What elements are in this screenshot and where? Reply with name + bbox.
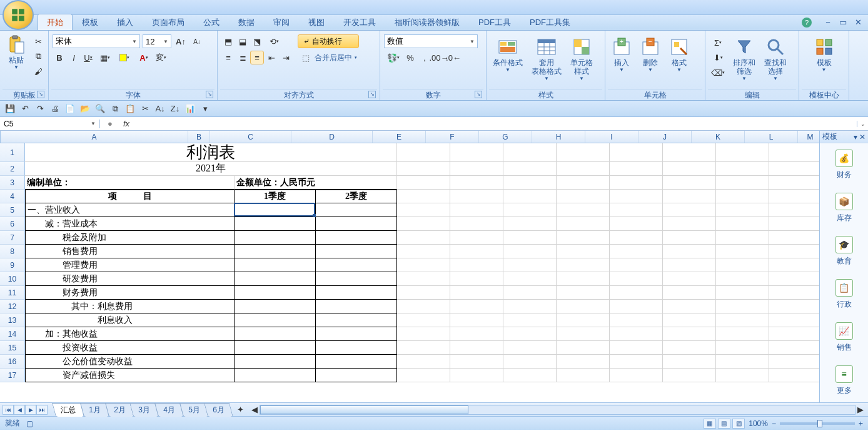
- align-center-button[interactable]: ≣: [236, 51, 250, 64]
- help-icon[interactable]: ?: [802, 18, 812, 28]
- template-item-2[interactable]: 🎓教育: [820, 230, 868, 273]
- qat-save-icon[interactable]: 💾: [4, 103, 16, 115]
- cell-r16-c3[interactable]: [235, 355, 316, 369]
- cell-r17-c3[interactable]: [235, 369, 316, 382]
- tab-nav-next[interactable]: ▶: [25, 405, 36, 415]
- row-header-2[interactable]: 2: [0, 162, 25, 176]
- fx-icon[interactable]: fx: [119, 118, 134, 130]
- cell-r4-c3[interactable]: 1季度: [235, 190, 316, 203]
- col-header-E[interactable]: E: [373, 131, 426, 143]
- cell-r6-c1[interactable]: 减：营业成本: [25, 217, 235, 231]
- fill-button[interactable]: ⬇▾: [709, 51, 727, 64]
- orientation-button[interactable]: ⟲▾: [265, 34, 283, 48]
- qat-copy-icon[interactable]: ⧉: [109, 103, 121, 115]
- cell-r12-c4[interactable]: [316, 300, 397, 313]
- qat-print-icon[interactable]: 🖨: [49, 103, 61, 115]
- cell-r1-c1[interactable]: 利润表: [25, 143, 397, 162]
- cell-r15-c3[interactable]: [235, 341, 316, 355]
- name-box[interactable]: C5▼: [0, 120, 100, 128]
- col-header-A[interactable]: A: [1, 131, 188, 143]
- font-size-combo[interactable]: 12▼: [143, 34, 171, 48]
- cell-r13-c4[interactable]: [316, 313, 397, 327]
- cell-r6-c4[interactable]: [316, 217, 397, 231]
- cell-r14-c3[interactable]: [235, 327, 316, 341]
- border-button[interactable]: ▦▾: [96, 51, 114, 64]
- cell-r7-c4[interactable]: [316, 231, 397, 245]
- zoom-in-button[interactable]: +: [859, 419, 863, 428]
- clear-button[interactable]: ⌫▾: [709, 66, 727, 79]
- sheet-tab-6[interactable]: 6月: [204, 403, 233, 417]
- cell-r13-c3[interactable]: [235, 313, 316, 327]
- col-header-J[interactable]: J: [638, 131, 692, 143]
- font-launcher[interactable]: ↘: [206, 91, 213, 98]
- copy-button[interactable]: ⧉: [31, 49, 45, 63]
- ribbon-tab-8[interactable]: 开发工具: [334, 14, 385, 30]
- cell-r10-c3[interactable]: [235, 272, 316, 286]
- col-header-M[interactable]: M: [798, 131, 819, 143]
- cell-r8-c4[interactable]: [316, 245, 397, 258]
- number-format-combo[interactable]: 数值▼: [384, 34, 478, 48]
- ribbon-tab-7[interactable]: 视图: [299, 14, 334, 30]
- cell-style-button[interactable]: 单元格 样式▼: [567, 34, 597, 84]
- zoom-level[interactable]: 100%: [749, 419, 768, 428]
- font-color-button[interactable]: A▾: [134, 51, 153, 64]
- merge-dropdown[interactable]: ▾: [353, 55, 359, 60]
- template-button[interactable]: 模板▼: [810, 34, 838, 75]
- tab-nav-last[interactable]: ⏭: [36, 405, 48, 415]
- phonetic-button[interactable]: 変▾: [154, 51, 168, 64]
- hscroll-left[interactable]: ◀: [250, 405, 260, 415]
- macro-record-icon[interactable]: ▢: [26, 419, 33, 428]
- table-style-button[interactable]: 套用 表格格式▼: [528, 34, 565, 84]
- zoom-slider[interactable]: [780, 422, 855, 425]
- tab-nav-first[interactable]: ⏮: [3, 405, 14, 415]
- col-header-D[interactable]: D: [291, 131, 373, 143]
- view-page-break-button[interactable]: ▧: [732, 419, 745, 429]
- row-header-7[interactable]: 7: [0, 231, 25, 245]
- hscroll-thumb[interactable]: [260, 405, 468, 414]
- cell-r12-c3[interactable]: [235, 300, 316, 313]
- align-middle-button[interactable]: ⬓: [236, 34, 250, 48]
- col-header-G[interactable]: G: [479, 131, 532, 143]
- expand-formula-bar[interactable]: ⌄: [857, 121, 868, 127]
- cell-r17-c1[interactable]: 资产减值损失: [25, 369, 235, 382]
- accounting-button[interactable]: 💱▾: [384, 51, 403, 64]
- bold-button[interactable]: B: [53, 51, 66, 64]
- cell-r5-c4[interactable]: [316, 203, 397, 217]
- cell-r13-c1[interactable]: 利息收入: [25, 313, 235, 327]
- new-sheet-button[interactable]: ✦: [233, 403, 247, 417]
- row-header-4[interactable]: 4: [0, 190, 25, 203]
- minimize-button[interactable]: −: [822, 17, 834, 27]
- cell-r10-c4[interactable]: [316, 272, 397, 286]
- cell-r16-c4[interactable]: [316, 355, 397, 369]
- format-cells-button[interactable]: 格式▼: [665, 34, 693, 75]
- cell-r11-c4[interactable]: [316, 286, 397, 300]
- number-launcher[interactable]: ↘: [475, 91, 482, 98]
- decrease-font-button[interactable]: A↓: [190, 34, 204, 48]
- row-header-14[interactable]: 14: [0, 327, 25, 341]
- ribbon-tab-6[interactable]: 审阅: [264, 14, 299, 30]
- cancel-formula-icon[interactable]: ●: [103, 118, 118, 130]
- col-header-F[interactable]: F: [426, 131, 479, 143]
- col-header-L[interactable]: L: [745, 131, 798, 143]
- cell-r5-c3[interactable]: [235, 203, 316, 217]
- fill-color-button[interactable]: ▾: [115, 51, 134, 64]
- cell-r15-c1[interactable]: 投资收益: [25, 341, 235, 355]
- cell-r8-c3[interactable]: [235, 245, 316, 258]
- row-header-10[interactable]: 10: [0, 272, 25, 286]
- cell-r9-c4[interactable]: [316, 258, 397, 272]
- tab-nav-prev[interactable]: ◀: [14, 405, 25, 415]
- qat-cut-icon[interactable]: ✂: [139, 103, 151, 115]
- cell-r7-c1[interactable]: 税金及附加: [25, 231, 235, 245]
- qat-sort-desc-icon[interactable]: Z↓: [169, 103, 181, 115]
- decrease-decimal-button[interactable]: .0←: [447, 51, 460, 64]
- cell-r8-c1[interactable]: 销售费用: [25, 245, 235, 258]
- cell-r9-c1[interactable]: 管理费用: [25, 258, 235, 272]
- row-header-13[interactable]: 13: [0, 313, 25, 327]
- formula-input[interactable]: [136, 120, 857, 128]
- ribbon-tab-3[interactable]: 页面布局: [143, 14, 194, 30]
- cell-r12-c1[interactable]: 其中：利息费用: [25, 300, 235, 313]
- template-item-0[interactable]: 💰财务: [820, 143, 868, 186]
- increase-indent-button[interactable]: ⇥: [279, 51, 293, 64]
- cell-r14-c4[interactable]: [316, 327, 397, 341]
- template-item-5[interactable]: ≡更多: [820, 359, 868, 402]
